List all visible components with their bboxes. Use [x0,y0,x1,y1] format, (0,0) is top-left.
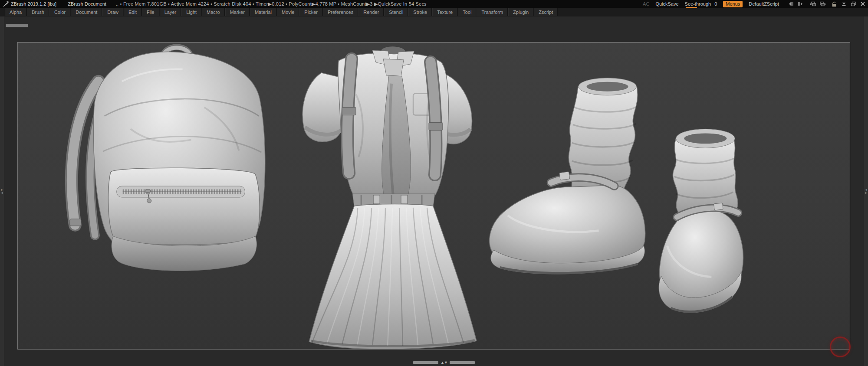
document-frame [17,42,850,350]
model-backpack [70,47,265,271]
model-shoe-sock-back [659,129,743,313]
menu-item[interactable]: Transform [477,8,508,16]
menubar: AlphaBrushColorDocumentDrawEditFileLayer… [0,8,868,16]
tray-up-down-icons: ▲▼ [441,361,447,364]
scrub-right-icon[interactable] [798,1,805,7]
menu-item[interactable]: Draw [102,8,123,16]
titlebar: ZBrush 2019.1.2 [ibu] ZBrush Document ..… [0,0,868,8]
see-through-label: See-through [685,1,711,7]
menu-item[interactable]: Document [71,8,102,16]
see-through-level-indicator [686,7,697,8]
menu-item[interactable]: Preferences [323,8,358,16]
titlebar-icon-group [787,1,865,7]
menu-item[interactable]: Stroke [408,8,432,16]
menu-item[interactable]: Stencil [384,8,408,16]
tray-divider-handle[interactable] [6,24,28,27]
memory-status-stats: .. • Free Mem 7.801GB • Active Mem 4224 … [116,1,427,7]
cascade-right-icon[interactable] [820,1,827,7]
tray-handle-bar [450,361,475,364]
menu-item[interactable]: Alpha [5,8,26,16]
zbrush-logo-icon [3,1,9,7]
model-school-uniform [302,46,477,349]
menu-item[interactable]: Texture [432,8,457,16]
default-zscript-button[interactable]: DefaultZScript [749,1,779,7]
restore-icon[interactable] [851,1,856,7]
menus-button[interactable]: Menus [723,1,743,7]
quicksave-button[interactable]: QuickSave [655,1,678,7]
menu-item[interactable]: Color [49,8,70,16]
chevron-right-icon: ▸ [865,191,867,194]
document-canvas[interactable] [18,42,850,349]
tray-handle-bar [413,361,438,364]
lock-icon[interactable] [831,1,837,7]
menu-item[interactable]: Layer [160,8,181,16]
menu-item[interactable]: Edit [124,8,141,16]
menu-item[interactable]: Zplugin [508,8,533,16]
menu-item[interactable]: Picker [299,8,322,16]
menu-item[interactable]: File [142,8,159,16]
right-tray-toggle[interactable]: ◂ ▸ [864,16,868,366]
menu-item[interactable]: Movie [277,8,299,16]
left-tray-toggle[interactable]: ▸ ◂ [0,16,4,366]
menu-item[interactable]: Zscript [534,8,558,16]
menu-item[interactable]: Light [181,8,201,16]
ac-indicator: AC [643,1,649,7]
menu-item[interactable]: Render [358,8,384,16]
app-title: ZBrush 2019.1.2 [ibu] [11,1,56,7]
workspace: ▸ ◂ ◂ ▸ [0,16,868,366]
menu-item[interactable]: Material [250,8,276,16]
see-through-slider[interactable]: See-through 0 [685,1,717,7]
brush-cursor [830,337,851,357]
menu-item[interactable]: Tool [458,8,476,16]
cascade-left-icon[interactable] [809,1,816,7]
minimize-icon[interactable] [841,1,847,7]
document-title: ZBrush Document [68,1,106,7]
chevron-left-icon: ◂ [1,191,3,194]
see-through-value: 0 [714,1,717,7]
menu-item[interactable]: Macro [202,8,225,16]
scrub-left-icon[interactable] [787,1,794,7]
menu-item[interactable]: Marker [225,8,250,16]
model-shoe-sock-front [490,78,645,274]
close-icon[interactable] [860,1,865,7]
bottom-tray-handle[interactable]: ▲▼ [413,361,475,364]
menu-item[interactable]: Brush [27,8,49,16]
titlebar-right-controls: AC QuickSave See-through 0 Menus Default… [643,1,865,7]
